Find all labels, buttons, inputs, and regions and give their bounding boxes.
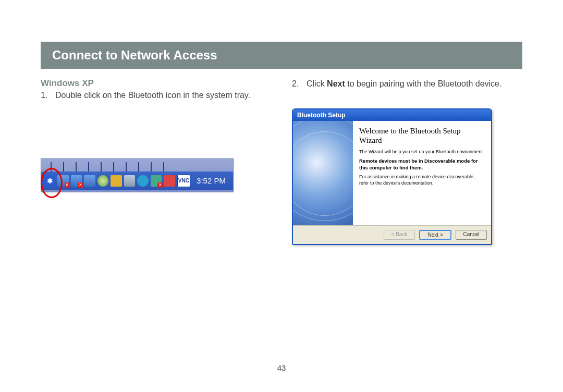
system-tray-screenshot: ∗ VNC 3:52 PM [41,158,234,192]
bluetooth-icon[interactable]: ∗ [44,175,55,187]
step-text-suffix: to begin pairing with the Bluetooth devi… [345,79,502,88]
back-button: < Back [384,230,415,240]
tick [51,162,52,172]
step-text-prefix: Click [307,79,327,88]
step-number: 2. [292,78,307,90]
remove-hardware-icon[interactable] [124,175,135,187]
page-number: 43 [0,363,563,372]
wizard-assist-text: For assistance in making a remote device… [359,174,485,186]
step-number: 1. [41,90,55,101]
right-column: 2. Click Next to begin pairing with the … [292,78,522,245]
step-text-bold: Next [327,79,345,88]
cancel-button[interactable]: Cancel [456,230,487,240]
tick [113,162,114,172]
globe-icon[interactable] [97,175,108,187]
section-header: Connect to Network Access [41,42,522,69]
wizard-note-text: Remote devices must be in Discoverable m… [359,158,485,171]
wizard-button-row: < Back Next > Cancel [293,225,491,244]
left-column: Windows XP 1. Double click on the Blueto… [41,78,271,245]
wizard-body: Welcome to the Bluetooth Setup Wizard Th… [293,121,491,225]
tick [163,162,164,172]
network-monitor-icon[interactable] [71,175,82,187]
wizard-heading: Welcome to the Bluetooth Setup Wizard [359,126,485,145]
wizard-titlebar: Bluetooth Setup [293,109,491,121]
content-columns: Windows XP 1. Double click on the Blueto… [41,78,522,245]
bluetooth-setup-wizard-dialog: Bluetooth Setup Welcome to the Bluetooth… [292,108,492,245]
tick [63,162,64,172]
taskbar-background: ∗ VNC 3:52 PM [41,158,234,192]
wizard-main-panel: Welcome to the Bluetooth Setup Wizard Th… [353,121,491,225]
os-subheading: Windows XP [41,78,271,89]
wizard-intro-text: The Wizard will help you set up your Blu… [359,149,485,155]
tick [151,162,152,172]
step-text: Double click on the Bluetooth icon in th… [55,90,250,101]
tick [88,162,89,172]
network-monitor-icon[interactable] [57,175,68,187]
step-2: 2. Click Next to begin pairing with the … [292,78,522,90]
audio-headset-icon[interactable] [137,175,148,187]
security-shield-icon[interactable] [111,175,121,187]
taskbar-ticks [41,159,233,172]
network-monitor-icon[interactable] [84,175,95,187]
wizard-side-graphic [293,121,353,225]
next-button[interactable]: Next > [419,230,451,240]
system-tray-row: ∗ VNC 3:52 PM [41,172,233,190]
tick [101,162,102,172]
step-text: Click Next to begin pairing with the Blu… [307,78,501,90]
network-disconnected-icon[interactable] [151,175,162,187]
vnc-icon[interactable]: VNC [177,175,190,187]
tick [76,162,77,172]
section-title: Connect to Network Access [52,48,511,63]
tick [138,162,139,172]
system-clock[interactable]: 3:52 PM [192,176,230,185]
antivirus-icon[interactable] [164,175,175,187]
tick [126,162,127,172]
step-1: 1. Double click on the Bluetooth icon in… [41,90,271,101]
